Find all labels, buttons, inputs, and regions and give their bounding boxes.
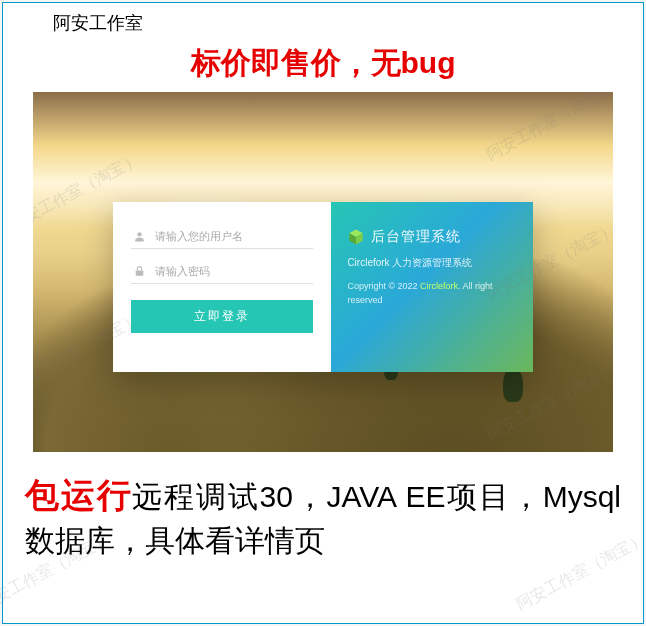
brand-title: 后台管理系统 [371, 228, 461, 246]
svg-point-0 [137, 232, 141, 236]
copyright-prefix: Copyright © 2022 [347, 281, 420, 291]
login-button[interactable]: 立即登录 [131, 300, 313, 333]
product-frame: 阿安工作室 标价即售价，无bug [2, 2, 644, 624]
tree-decoration [503, 368, 523, 402]
user-icon [131, 228, 147, 244]
watermark: 阿安工作室（淘宝） [482, 92, 613, 166]
copyright-text: Copyright © 2022 Circlefork. All right r… [347, 280, 517, 307]
copyright-brand: Circlefork [420, 281, 458, 291]
login-form: 立即登录 [113, 202, 331, 372]
brand-row: 后台管理系统 [347, 228, 517, 246]
username-row [131, 224, 313, 249]
studio-label: 阿安工作室 [53, 11, 143, 35]
svg-rect-1 [135, 270, 143, 275]
username-input[interactable] [155, 230, 313, 242]
login-card: 立即登录 后台管理系统 Circlefork 人力资源管理系统 Copyrigh… [113, 202, 533, 372]
login-brand-panel: 后台管理系统 Circlefork 人力资源管理系统 Copyright © 2… [331, 202, 533, 372]
brand-subtitle: Circlefork 人力资源管理系统 [347, 256, 517, 270]
headline-bottom: 包运行远程调试30，JAVA EE项目，Mysql数据库，具体看详情页 [25, 472, 621, 562]
cube-icon [347, 228, 365, 246]
headline-top: 标价即售价，无bug [3, 43, 643, 84]
headline-bottom-emphasis: 包运行 [25, 476, 132, 514]
lock-icon [131, 263, 147, 279]
password-row [131, 259, 313, 284]
app-screenshot: 立即登录 后台管理系统 Circlefork 人力资源管理系统 Copyrigh… [33, 92, 613, 452]
password-input[interactable] [155, 265, 313, 277]
